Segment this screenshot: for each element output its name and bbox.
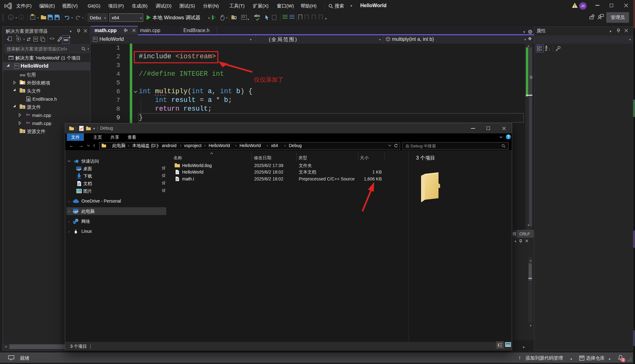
svg-text:h: h (28, 98, 29, 101)
